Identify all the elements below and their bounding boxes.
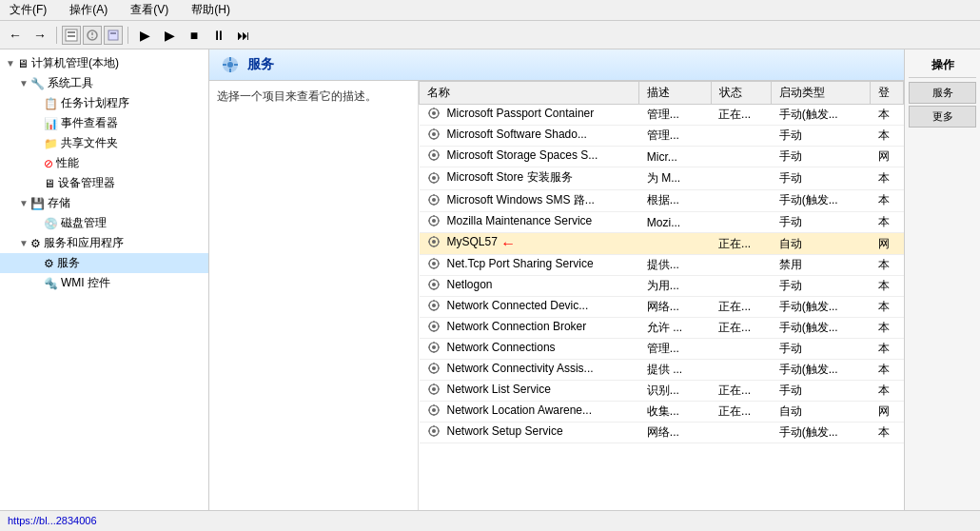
menu-view[interactable]: 查看(V): [125, 0, 174, 20]
event-icon: 📊: [44, 117, 58, 130]
tree-disk-management[interactable]: 💿 磁盘管理: [0, 213, 208, 233]
table-row[interactable]: Network List Service识别...正在...手动本: [420, 381, 904, 402]
service-startup-cell: 手动: [772, 126, 871, 147]
menu-action[interactable]: 操作(A): [64, 0, 113, 20]
service-desc-cell: Micr...: [639, 147, 711, 167]
service-login-cell: 本: [871, 276, 904, 297]
left-panel: ▼ 🖥 计算机管理(本地) ▼ 🔧 系统工具 📋 任务计划程序 📊 事件查看器 …: [0, 49, 209, 510]
menu-help[interactable]: 帮助(H): [186, 0, 236, 20]
pause-button[interactable]: ⏸: [207, 25, 230, 46]
table-row[interactable]: Network Connection Broker允许 ...正在...手动(触…: [420, 318, 904, 339]
service-login-cell: 本: [871, 255, 904, 276]
col-name[interactable]: 名称: [420, 82, 639, 105]
col-login[interactable]: 登: [871, 82, 904, 105]
service-name-cell: Microsoft Store 安装服务: [420, 167, 639, 190]
service-startup-cell: 手动: [772, 212, 871, 233]
service-name-cell: Microsoft Software Shado...: [420, 126, 639, 147]
play-button[interactable]: ▶: [133, 25, 156, 46]
tree-shared-folders[interactable]: 📁 共享文件夹: [0, 133, 208, 153]
icon-btn2[interactable]: [83, 26, 102, 45]
table-row[interactable]: Microsoft Software Shado...管理...手动本: [420, 126, 904, 147]
right-panel-title: 操作: [909, 53, 976, 78]
icon-btn1[interactable]: [62, 26, 81, 45]
service-desc-cell: 为用...: [639, 276, 711, 297]
svg-point-15: [432, 111, 436, 115]
tree-system-tools[interactable]: ▼ 🔧 系统工具: [0, 73, 208, 93]
disk-icon: 💿: [44, 217, 58, 230]
svg-point-51: [432, 240, 436, 244]
service-desc-cell: 管理...: [639, 105, 711, 126]
col-desc[interactable]: 描述: [639, 82, 711, 105]
svg-point-5: [91, 36, 93, 38]
tree-services[interactable]: ⚙ 服务: [0, 253, 208, 273]
more-action-button[interactable]: 更多: [909, 106, 976, 128]
table-row[interactable]: Network Location Awarene...收集...正在...自动网: [420, 402, 904, 423]
service-desc-cell: 管理...: [639, 126, 711, 147]
table-row[interactable]: Mozilla Maintenance ServiceMozi...手动本: [420, 212, 904, 233]
table-row[interactable]: Network Connectivity Assis...提供 ...手动(触发…: [420, 360, 904, 381]
tree-event-viewer[interactable]: 📊 事件查看器: [0, 113, 208, 133]
tree-root-label: 计算机管理(本地): [31, 55, 119, 71]
tree-root[interactable]: ▼ 🖥 计算机管理(本地): [0, 53, 208, 73]
tree-performance[interactable]: ⊘ 性能: [0, 153, 208, 173]
tree-wmi[interactable]: 🔩 WMI 控件: [0, 273, 208, 293]
service-login-cell: 本: [871, 318, 904, 339]
service-name-cell: Mozilla Maintenance Service: [420, 212, 639, 233]
services-icon: ⚙: [44, 257, 54, 270]
stop-button[interactable]: ■: [183, 25, 206, 46]
svg-rect-6: [108, 30, 118, 40]
forward-button[interactable]: →: [29, 25, 51, 46]
table-row[interactable]: Network Setup Service网络...手动(触发...本: [420, 423, 904, 443]
table-row[interactable]: Net.Tcp Port Sharing Service提供...禁用本: [420, 255, 904, 276]
service-startup-cell: 手动(触发...: [772, 297, 871, 318]
service-startup-cell: 手动(触发...: [772, 360, 871, 381]
svg-point-39: [432, 198, 436, 202]
service-startup-cell: 手动: [772, 167, 871, 190]
col-startup[interactable]: 启动类型: [772, 82, 871, 105]
service-login-cell: 本: [871, 126, 904, 147]
table-row[interactable]: Microsoft Windows SMS 路...根据...手动(触发...本: [420, 189, 904, 212]
svg-point-9: [227, 62, 233, 68]
menu-file[interactable]: 文件(F): [4, 0, 52, 20]
table-row[interactable]: Network Connections管理...手动本: [420, 339, 904, 360]
service-login-cell: 本: [871, 360, 904, 381]
back-button[interactable]: ←: [4, 25, 27, 46]
table-row[interactable]: Microsoft Storage Spaces S...Micr...手动网: [420, 147, 904, 167]
skip-button[interactable]: ⏭: [232, 25, 255, 46]
expand-storage-icon: ▼: [17, 198, 30, 208]
table-row[interactable]: Network Connected Devic...网络...正在...手动(触…: [420, 297, 904, 318]
services-table-wrapper[interactable]: 名称 描述 状态 启动类型 登 Microsoft Passport Conta…: [419, 81, 904, 510]
service-login-cell: 网: [871, 147, 904, 167]
expand-services-icon: [30, 258, 44, 268]
tree-event-label: 事件查看器: [61, 115, 118, 131]
service-desc-cell: Mozi...: [639, 212, 711, 233]
tree-perf-label: 性能: [56, 155, 79, 171]
services-panel-title: 服务: [247, 56, 274, 73]
service-status-cell: [711, 167, 772, 190]
table-row[interactable]: MySQL57 ←正在...自动网: [420, 233, 904, 255]
icon-btn3[interactable]: [104, 26, 123, 45]
svg-point-21: [432, 132, 436, 136]
table-row[interactable]: Microsoft Passport Container管理...正在...手动…: [420, 105, 904, 126]
tree-services-apps[interactable]: ▼ ⚙ 服务和应用程序: [0, 233, 208, 253]
service-desc-cell: 提供 ...: [639, 360, 711, 381]
tree-services-label: 服务: [57, 255, 80, 271]
service-status-cell: [711, 189, 772, 212]
tree-task-scheduler[interactable]: 📋 任务计划程序: [0, 93, 208, 113]
tree-storage[interactable]: ▼ 💾 存储: [0, 193, 208, 213]
tree-wmi-label: WMI 控件: [61, 275, 110, 291]
service-name-cell: Net.Tcp Port Sharing Service: [420, 255, 639, 276]
tree-shared-label: 共享文件夹: [61, 135, 118, 151]
services-action-label[interactable]: 服务: [909, 82, 976, 104]
play2-button[interactable]: ▶: [158, 25, 181, 46]
service-status-cell: 正在...: [711, 105, 772, 126]
tree-device-manager[interactable]: 🖥 设备管理器: [0, 173, 208, 193]
expand-shared-icon: [30, 138, 44, 148]
service-desc-cell: 提供...: [639, 255, 711, 276]
table-row[interactable]: Netlogon为用...手动本: [420, 276, 904, 297]
table-row[interactable]: Microsoft Store 安装服务为 M...手动本: [420, 167, 904, 190]
svg-point-69: [432, 304, 436, 307]
col-status[interactable]: 状态: [711, 82, 772, 105]
service-status-cell: [711, 339, 772, 360]
service-name-cell: Network Connectivity Assis...: [420, 360, 639, 381]
